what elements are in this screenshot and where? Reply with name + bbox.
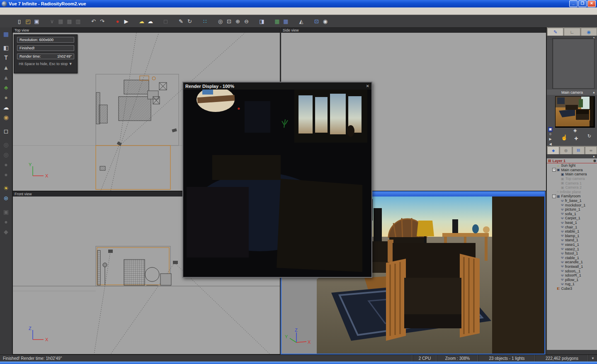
render-display-titlebar[interactable]: Render Display - 100% ✕ — [183, 83, 371, 90]
import-object-tool[interactable]: ◻ — [2, 126, 11, 136]
render-icon[interactable]: ◉ — [321, 17, 330, 26]
wb-etable[interactable]: − Ψ etable_1 — [547, 229, 597, 234]
render-display-close-icon[interactable]: ✕ — [366, 84, 369, 88]
wb-wcandle[interactable]: − Ψ wcandle_1 — [547, 260, 597, 265]
ungroup-tool[interactable]: ● — [2, 217, 11, 226]
plant-tool[interactable]: ♣ — [2, 83, 11, 92]
smart-drop-icon[interactable]: ▶ — [122, 17, 131, 26]
edit-object-icon[interactable]: ◻ — [161, 17, 170, 26]
layer-row[interactable]: ▤ Layer 1 ◉ — [547, 158, 597, 163]
wb-chair[interactable]: − Ψ chair_1 — [547, 225, 597, 229]
orbit-icon[interactable]: ↻ — [587, 133, 591, 139]
cloud-tool[interactable]: ☁ — [2, 103, 11, 112]
drop-tool[interactable]: ◆ — [2, 227, 11, 236]
camera-save-icon[interactable]: ▣ — [548, 127, 553, 132]
save-file-icon[interactable]: ▣ — [32, 17, 41, 26]
zoom-area-icon[interactable]: ⊡ — [225, 17, 233, 26]
wb-stand[interactable]: − Ψ stand_1 — [547, 238, 597, 243]
tab-objects[interactable]: ◆ — [547, 146, 559, 154]
wb-sun-light[interactable]: − ☼ Sun light — [547, 163, 597, 168]
text-tool[interactable]: T — [2, 53, 11, 62]
pan-hand-icon[interactable]: ☝ — [561, 134, 568, 141]
tab-camera[interactable]: ◉ — [581, 28, 597, 36]
move-cross-icon[interactable]: ✚ — [574, 136, 578, 141]
color-palette-icon[interactable]: ∷ — [201, 17, 209, 26]
open-file-icon[interactable]: ◰ — [24, 17, 32, 26]
menu-edit[interactable] — [9, 10, 17, 12]
viewport-side-header[interactable]: Side view — [281, 28, 546, 33]
wb-fstool[interactable]: − Ψ fstool_1 — [547, 251, 597, 256]
wb-infinite-plane[interactable]: − ≈ Infinite plane — [547, 190, 597, 194]
wb-cube3[interactable]: − ◧ Cube3 — [547, 286, 597, 291]
wb-picture[interactable]: − Ψ picture_1 — [547, 207, 597, 212]
wb-rug[interactable]: − Ψ rug_1 — [547, 282, 597, 286]
camera-collapse-icon[interactable]: ▲ — [592, 91, 595, 94]
viewport-top-header[interactable]: Top view — [13, 28, 280, 33]
menu-display[interactable] — [54, 10, 61, 12]
menu-render[interactable] — [32, 10, 39, 12]
collapse-strip-bottom[interactable]: ▲ — [547, 154, 597, 158]
light-tool[interactable]: ☀ — [2, 184, 11, 193]
rock-tool[interactable]: ● — [2, 93, 11, 102]
play-icon[interactable]: ▶ — [547, 137, 553, 142]
duplicate-icon[interactable]: ▥ — [74, 17, 83, 26]
maximize-button[interactable]: ❐ — [578, 0, 587, 7]
render-to-disk-icon[interactable]: ▦ — [282, 17, 290, 26]
post-render-icon[interactable]: ◨ — [257, 17, 266, 26]
menu-help[interactable] — [61, 10, 69, 12]
paint-material-icon[interactable]: ✎ — [177, 17, 185, 26]
wb-frontwall[interactable]: − Ψ frontwall_1 — [547, 265, 597, 269]
wb-ctable[interactable]: − Ψ ctable_1 — [547, 255, 597, 260]
new-scene-icon[interactable]: ▯ — [15, 17, 24, 26]
wb-camera-1[interactable]: − ▣ Camera 1 — [547, 181, 597, 185]
wb-vase1[interactable]: − Ψ vase1_1 — [547, 243, 597, 247]
wb-main-camera-group[interactable]: − ▣ Main camera — [547, 168, 597, 172]
tab-links[interactable]: ∞ — [585, 146, 597, 154]
zoom-in-icon[interactable]: ⊕ — [233, 17, 242, 26]
menu-automation[interactable] — [46, 10, 54, 12]
wb-pillow[interactable]: − Ψ pillow_1 — [547, 277, 597, 282]
wb-mockdoor[interactable]: − Ψ mockdoor_1 — [547, 203, 597, 207]
wb-blamp[interactable]: − Ψ blamp_1 — [547, 234, 597, 238]
menu-object[interactable] — [17, 10, 24, 12]
scene-options-tool[interactable]: ▦ — [2, 29, 11, 39]
drop-object-icon[interactable]: ● — [113, 17, 122, 26]
tab-materials[interactable]: ◎ — [560, 146, 572, 154]
wb-carpet[interactable]: − Ψ Carpet_1 — [547, 216, 597, 221]
wb-familyroom[interactable]: − ▦ Familyroom — [547, 194, 597, 199]
group-tool[interactable]: ▣ — [2, 207, 11, 216]
wb-sdoorL[interactable]: − Ψ sdoorL_1 — [547, 269, 597, 273]
expander-icon[interactable]: − — [552, 194, 556, 198]
minimize-button[interactable]: _ — [569, 0, 578, 7]
menu-file[interactable] — [2, 10, 9, 12]
save-atmosphere-icon[interactable]: ☁ — [146, 17, 155, 26]
status-dropdown-icon[interactable]: ▼ — [588, 355, 597, 362]
tab-numerics[interactable]: ∟ — [564, 28, 580, 36]
wb-top-camera[interactable]: − ▣ Top camera — [547, 177, 597, 181]
procedural-terrain-tool[interactable]: ▲ — [2, 73, 11, 82]
layer-visibility-icon[interactable]: ◉ — [593, 159, 596, 163]
terrain-tool[interactable]: ▲ — [2, 63, 11, 72]
boolean-difference-tool[interactable]: ◎ — [2, 150, 11, 159]
undo-icon[interactable]: ↶ — [89, 17, 98, 26]
wb-fr-base[interactable]: − Ψ fr_base_1 — [547, 199, 597, 203]
zoom-object-icon[interactable]: ◎ — [216, 17, 225, 26]
wb-camera-2[interactable]: − ▣ Camera 2 — [547, 185, 597, 190]
camera-mode-cube-icon[interactable]: ◈ — [573, 128, 577, 133]
wb-sdoorR[interactable]: − Ψ sdoorR_1 — [547, 273, 597, 278]
tab-aspect[interactable]: ⦀⦀ — [573, 146, 585, 154]
boolean-intersection-tool[interactable]: ● — [2, 160, 11, 169]
wb-main-camera[interactable]: − ▣ Main camera — [547, 172, 597, 177]
menu-animation[interactable] — [39, 10, 46, 12]
close-button[interactable]: ✕ — [587, 0, 596, 7]
planet-tool[interactable]: ◉ — [2, 113, 11, 122]
paste-icon[interactable]: ▩ — [65, 17, 74, 26]
copy-icon[interactable]: ▦ — [56, 17, 65, 26]
render-options-icon[interactable]: ▦ — [273, 17, 282, 26]
load-atmosphere-icon[interactable]: ☁ — [137, 17, 146, 26]
zoom-out-icon[interactable]: ⊖ — [242, 17, 251, 26]
collapse-icon[interactable]: ∨ — [48, 17, 56, 26]
rotate-view-icon[interactable]: ↻ — [185, 17, 194, 26]
expander-icon[interactable]: − — [552, 168, 556, 172]
redo-icon[interactable]: ↷ — [98, 17, 107, 26]
